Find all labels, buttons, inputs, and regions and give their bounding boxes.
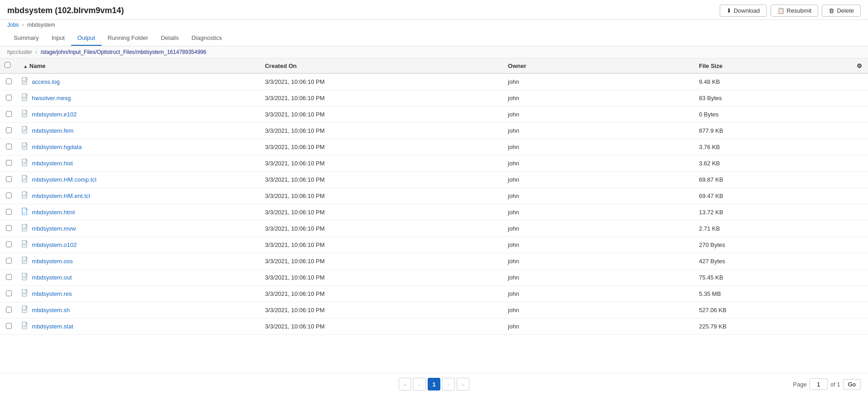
row-checkbox[interactable] [6,127,12,133]
row-checkbox-cell[interactable] [0,188,17,204]
row-checkbox-cell[interactable] [0,90,17,106]
select-all-checkbox[interactable] [5,62,10,68]
row-checkbox-cell[interactable] [0,73,17,90]
doc-file-icon [22,191,29,201]
breadcrumb-jobs[interactable]: Jobs [7,22,19,28]
row-checkbox[interactable] [6,241,12,247]
col-header-name[interactable]: ▲ Name [17,58,260,73]
of-label: of 1 [830,381,840,388]
file-size: 3.62 KB [694,155,851,172]
select-all-header[interactable] [0,58,17,73]
svg-text:</>: </> [23,212,26,214]
col-header-created[interactable]: Created On [260,58,503,73]
file-name-cell: mbdsystem.HM.ent.tcl [17,188,260,204]
file-name-cell: </> mbdsystem.html [17,204,260,221]
tab-running-folder[interactable]: Running Folder [102,31,155,46]
row-checkbox-cell[interactable] [0,204,17,221]
col-header-settings[interactable]: ⚙ [851,58,868,73]
row-checkbox[interactable] [6,323,12,329]
file-created-on: 3/3/2021, 10:06:10 PM [260,253,503,270]
row-checkbox-cell[interactable] [0,286,17,302]
file-name[interactable]: mbdsystem.oss [32,258,73,265]
row-checkbox[interactable] [6,176,12,182]
doc-file-icon [22,256,29,266]
row-checkbox-cell[interactable] [0,270,17,286]
file-owner: john [503,204,694,221]
file-created-on: 3/3/2021, 10:06:10 PM [260,155,503,172]
file-name[interactable]: access.log [32,78,59,85]
row-settings-cell [851,155,868,172]
download-button[interactable]: ⬇ Download [720,5,767,17]
page-1-button[interactable]: 1 [428,378,440,391]
row-checkbox-cell[interactable] [0,155,17,172]
doc-file-icon [22,126,29,135]
row-checkbox-cell[interactable] [0,221,17,237]
file-size: 2.71 KB [694,221,851,237]
doc-file-icon [22,159,29,168]
row-checkbox[interactable] [6,274,12,280]
row-settings-cell [851,253,868,270]
tab-input[interactable]: Input [45,31,71,46]
row-checkbox-cell[interactable] [0,318,17,335]
row-checkbox-cell[interactable] [0,123,17,139]
file-size: 0 Bytes [694,106,851,123]
page-next-button[interactable]: › [442,378,455,391]
tab-output[interactable]: Output [71,31,102,46]
tab-summary[interactable]: Summary [7,31,45,46]
table-row: mbdsystem.HM.comp.tcl3/3/2021, 10:06:10 … [0,172,868,188]
file-name[interactable]: mbdsystem.stat [32,323,73,330]
page-info: Page of 1 Go [793,378,861,390]
delete-button[interactable]: 🗑 Delete [822,5,861,17]
file-name-cell: mbdsystem.oss [17,253,260,270]
row-checkbox[interactable] [6,78,12,84]
row-checkbox-cell[interactable] [0,139,17,155]
file-name[interactable]: mbdsystem.sh [32,307,70,313]
doc-file-icon [22,175,29,184]
doc-file-icon [22,77,29,87]
resubmit-button[interactable]: 📋 Resubmit [770,5,819,17]
page-first-button[interactable]: « [399,378,411,391]
row-checkbox-cell[interactable] [0,253,17,270]
page-prev-button[interactable]: ‹ [413,378,426,391]
row-checkbox[interactable] [6,193,12,198]
file-name[interactable]: mbdsystem.hgdata [32,144,82,150]
row-checkbox[interactable] [6,144,12,149]
tab-details[interactable]: Details [154,31,185,46]
file-name[interactable]: mbdsystem.out [32,274,72,281]
file-name[interactable]: mbdsystem.e102 [32,111,77,118]
row-checkbox[interactable] [6,111,12,117]
page-last-button[interactable]: » [457,378,469,391]
file-name[interactable]: mbdsystem.mvw [32,225,76,232]
go-button[interactable]: Go [843,379,861,390]
settings-icon[interactable]: ⚙ [857,63,862,69]
file-name[interactable]: mbdsystem.o102 [32,241,77,248]
file-created-on: 3/3/2021, 10:06:10 PM [260,270,503,286]
table-row: mbdsystem.fem3/3/2021, 10:06:10 PMjohn87… [0,123,868,139]
file-name[interactable]: mbdsystem.html [32,209,75,216]
row-checkbox[interactable] [6,209,12,215]
row-checkbox-cell[interactable] [0,106,17,123]
row-checkbox[interactable] [6,160,12,166]
col-header-filesize[interactable]: File Size [694,58,851,73]
row-checkbox[interactable] [6,307,12,313]
file-name[interactable]: hwsolver.mesg [32,95,71,101]
doc-file-icon [22,93,29,103]
row-checkbox[interactable] [6,225,12,231]
row-checkbox[interactable] [6,95,12,101]
download-icon: ⬇ [727,7,731,14]
file-name[interactable]: mbdsystem.hist [32,160,73,167]
tab-diagnostics[interactable]: Diagnostics [185,31,228,46]
row-checkbox-cell[interactable] [0,237,17,253]
row-checkbox-cell[interactable] [0,302,17,318]
row-checkbox[interactable] [6,290,12,296]
file-name[interactable]: mbdsystem.res [32,290,72,297]
file-name[interactable]: mbdsystem.HM.ent.tcl [32,193,90,199]
file-size: 69.47 KB [694,188,851,204]
file-name[interactable]: mbdsystem.fem [32,127,73,134]
col-header-owner[interactable]: Owner [503,58,694,73]
file-name[interactable]: mbdsystem.HM.comp.tcl [32,176,96,183]
page-input[interactable] [809,378,828,390]
row-checkbox[interactable] [6,258,12,264]
row-checkbox-cell[interactable] [0,172,17,188]
file-created-on: 3/3/2021, 10:06:10 PM [260,139,503,155]
